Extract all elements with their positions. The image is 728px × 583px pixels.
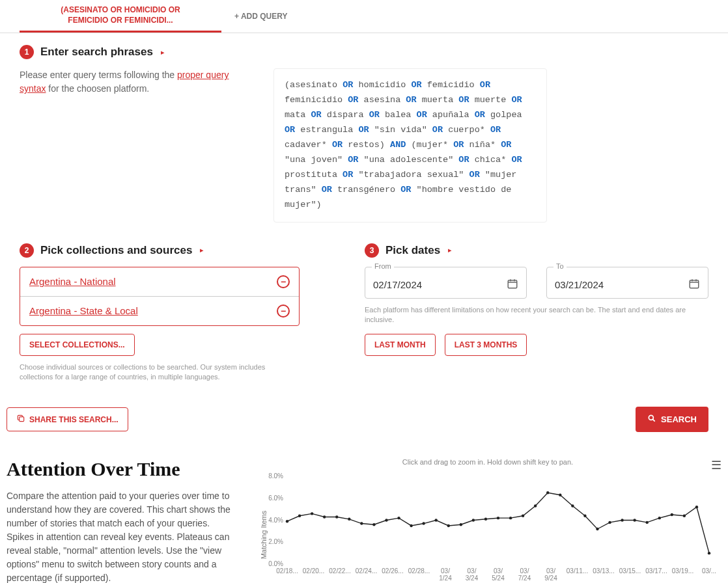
svg-text:0.0%: 0.0%: [268, 560, 283, 567]
from-date-field[interactable]: From 02/17/2024: [365, 267, 527, 299]
step3-help: Each platform has different limitations …: [365, 305, 708, 325]
svg-text:03/15...: 03/15...: [619, 567, 641, 575]
step2-help: Choose individual sources or collections…: [20, 362, 300, 383]
step2-section: 2 Pick collections and sources ▸ Argenti…: [20, 243, 300, 383]
query-tabs: (ASESINATO OR HOMICIDIO OR FEMICIDIO OR …: [0, 0, 728, 33]
collection-link[interactable]: Argentina - National: [29, 276, 116, 287]
svg-text:9/24: 9/24: [544, 575, 557, 582]
svg-rect-1: [690, 280, 699, 288]
svg-text:03/11...: 03/11...: [567, 567, 588, 575]
svg-text:8.0%: 8.0%: [268, 472, 283, 480]
active-query-tab[interactable]: (ASESINATO OR HOMICIDIO OR FEMICIDIO OR …: [20, 0, 221, 33]
svg-rect-2: [20, 417, 24, 422]
chart-hint: Click and drag to zoom in. Hold down shi…: [254, 458, 721, 466]
last-3-months-button[interactable]: LAST 3 MONTHS: [445, 334, 527, 356]
svg-text:02/20...: 02/20...: [303, 567, 324, 575]
calendar-icon[interactable]: [688, 278, 700, 292]
svg-text:02/24...: 02/24...: [356, 567, 377, 575]
to-label: To: [553, 262, 567, 270]
step2-badge: 2: [20, 243, 34, 258]
svg-text:03/: 03/: [546, 567, 555, 575]
chart-area: Click and drag to zoom in. Hold down shi…: [254, 458, 721, 583]
copy-icon: [16, 414, 25, 425]
step1-section: 1 Enter search phrases ▸ Please enter qu…: [0, 33, 728, 234]
step1-badge: 1: [20, 45, 34, 59]
to-value: 03/21/2024: [555, 279, 604, 290]
select-collections-button[interactable]: SELECT COLLECTIONS...: [20, 334, 135, 356]
add-query-button[interactable]: + ADD QUERY: [221, 5, 300, 27]
svg-text:7/24: 7/24: [518, 575, 531, 582]
svg-text:6.0%: 6.0%: [268, 495, 283, 502]
calendar-icon[interactable]: [507, 278, 518, 292]
from-value: 02/17/2024: [373, 279, 422, 290]
svg-text:Matching Items: Matching Items: [260, 511, 268, 560]
results-title: Attention Over Time: [7, 458, 234, 480]
chevron-right-icon: ▸: [161, 48, 165, 57]
svg-text:03/17...: 03/17...: [645, 567, 667, 575]
svg-text:2.0%: 2.0%: [268, 539, 283, 546]
svg-text:03/: 03/: [494, 567, 503, 575]
collection-link[interactable]: Argentina - State & Local: [29, 305, 138, 316]
chevron-right-icon: ▸: [448, 246, 452, 254]
chart-menu-icon[interactable]: ☰: [711, 458, 721, 472]
svg-text:03/13...: 03/13...: [593, 567, 614, 575]
chevron-right-icon: ▸: [200, 246, 204, 254]
from-label: From: [372, 262, 394, 270]
remove-collection-icon[interactable]: −: [277, 275, 290, 288]
search-icon: [647, 414, 656, 425]
step1-title: Enter search phrases: [40, 46, 153, 59]
svg-text:1/24: 1/24: [439, 575, 452, 582]
share-search-button[interactable]: SHARE THIS SEARCH...: [7, 407, 128, 431]
svg-text:02/22...: 02/22...: [329, 567, 350, 575]
svg-text:3/24: 3/24: [466, 575, 479, 582]
svg-text:4.0%: 4.0%: [268, 517, 283, 524]
last-month-button[interactable]: LAST MONTH: [365, 334, 436, 356]
attention-chart[interactable]: 0.0%2.0%4.0%6.0%8.0%Matching Items02/18.…: [254, 470, 721, 583]
svg-text:02/26...: 02/26...: [382, 567, 403, 575]
step2-title: Pick collections and sources: [40, 244, 192, 257]
collections-list: Argentina - National−Argentina - State &…: [20, 267, 300, 326]
step3-badge: 3: [365, 243, 379, 258]
collection-item: Argentina - National−: [20, 267, 299, 297]
step3-section: 3 Pick dates ▸ From 02/17/2024 To 03/21/…: [365, 243, 708, 383]
query-input[interactable]: (asesinato OR homicidio OR femicidio OR …: [273, 68, 547, 222]
svg-text:03/: 03/: [441, 567, 450, 575]
collection-item: Argentina - State & Local−: [20, 297, 299, 325]
svg-text:02/28...: 02/28...: [408, 567, 430, 575]
svg-text:03/: 03/: [520, 567, 529, 575]
search-button[interactable]: SEARCH: [636, 407, 708, 432]
svg-rect-0: [508, 280, 517, 288]
results-description: Compare the attention paid to your queri…: [7, 489, 234, 583]
svg-text:03/...: 03/...: [702, 567, 716, 575]
svg-point-3: [649, 416, 653, 420]
svg-text:5/24: 5/24: [492, 575, 505, 582]
to-date-field[interactable]: To 03/21/2024: [546, 267, 708, 299]
svg-text:02/18...: 02/18...: [276, 567, 298, 575]
results-section: Attention Over Time Compare the attentio…: [0, 452, 728, 583]
svg-text:03/19...: 03/19...: [672, 567, 693, 575]
remove-collection-icon[interactable]: −: [277, 305, 290, 318]
action-bar: SHARE THIS SEARCH... SEARCH: [0, 394, 728, 452]
step3-title: Pick dates: [385, 244, 440, 257]
svg-text:03/: 03/: [468, 567, 477, 575]
step1-helper: Please enter query terms following the p…: [20, 68, 247, 96]
